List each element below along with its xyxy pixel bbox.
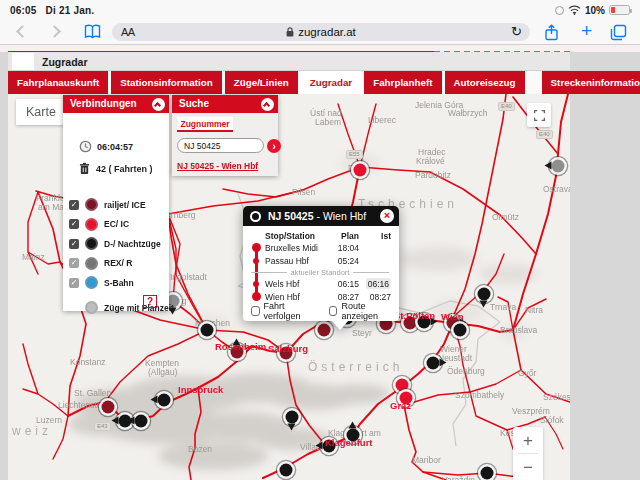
filter-row-ec-ic: ✓EC/ IC (69, 218, 129, 231)
train-dot[interactable] (478, 288, 491, 301)
zugnummer-input[interactable] (177, 138, 264, 153)
clock-text: 06:05 (10, 5, 37, 16)
suche-title: Suche (179, 98, 209, 109)
nav-item-fahrplanauskunft[interactable]: Fahrplanauskunft (8, 71, 108, 94)
date-text: Di 21 Jan. (46, 5, 95, 16)
train-dot[interactable] (552, 160, 565, 173)
stop-row-wels-hbf: Wels Hbf06:1506:16 (247, 277, 393, 290)
stop-plan-time: 18:04 (327, 243, 359, 253)
city-label-nitra: Nitra (525, 305, 543, 315)
train-dot[interactable] (454, 324, 467, 337)
share-icon[interactable] (544, 24, 559, 41)
back-icon[interactable] (16, 25, 29, 38)
city-label-konstanz: Konstanz (70, 357, 105, 367)
search-result-link[interactable]: NJ 50425 - Wien Hbf (177, 161, 258, 171)
collapse-suche-button[interactable] (261, 98, 274, 111)
new-tab-icon[interactable]: + (581, 20, 592, 42)
planzeit-legend-dot (85, 301, 98, 314)
city-label-trnava: Trnava (490, 302, 516, 312)
close-icon[interactable]: × (380, 209, 394, 223)
stop-row-bruxelles-midi: Bruxelles Midi18:04 (247, 241, 393, 254)
station-label-salzburg: Salzburg (268, 343, 308, 354)
legend-dot-d-nachtz-ge (85, 237, 98, 250)
site-logo-box (12, 53, 34, 70)
filter-label: S-Bahn (104, 278, 134, 288)
help-button[interactable]: ? (143, 295, 157, 308)
city-label-bratislava: Bratislava (500, 325, 537, 335)
road-shield-e40: E40 (498, 102, 515, 111)
direction-up-icon (349, 418, 357, 429)
nav-item-fahrplanheft[interactable]: Fahrplanheft (364, 71, 441, 94)
safari-toolbar: AA zugradar.at ↻ + (0, 20, 640, 45)
status-time-date: 06:05 Di 21 Jan. (10, 5, 100, 16)
train-dot[interactable] (135, 415, 148, 428)
train-dot[interactable] (481, 467, 494, 480)
checkbox-railjet-ice[interactable]: ✓ (69, 200, 79, 210)
train-dot[interactable] (354, 164, 367, 177)
popup-pointer (331, 320, 349, 330)
city-label-si-fok: Siófok (540, 415, 564, 425)
checkbox-box (329, 306, 338, 316)
bookmarks-icon[interactable] (84, 24, 101, 39)
train-dot[interactable] (201, 324, 214, 337)
checkbox-route-anzeigen[interactable]: Route anzeigen (329, 301, 393, 321)
legend-dot-railjet-ice (85, 198, 98, 211)
zoom-out-button[interactable]: − (513, 454, 543, 480)
city-label-bozen: Bozen (188, 444, 212, 454)
checkbox-fahrt-verfolgen[interactable]: Fahrt verfolgen (251, 301, 313, 321)
train-dot[interactable] (318, 324, 331, 337)
direction-down-icon (480, 301, 488, 312)
train-dot[interactable] (158, 394, 171, 407)
train-dot[interactable] (427, 357, 440, 370)
zoom-in-button[interactable]: + (513, 427, 543, 453)
site-tab-title: Zugradar (42, 56, 88, 68)
verbindungen-panel: Verbindungen 06:04:57 42 ( Fahrten ) (63, 95, 169, 311)
city-label-allg-u: (Allgäu) (148, 367, 177, 377)
ipad-screen: 06:05 Di 21 Jan. 10% AA (0, 0, 640, 480)
legend-dot-ec-ic (85, 218, 98, 231)
city-label-ostrava: Ostrava (543, 184, 570, 194)
checkbox-label: Route anzeigen (341, 301, 393, 321)
nav-item-zugradar[interactable]: Zugradar (301, 71, 361, 94)
collapse-verbindungen-button[interactable] (152, 98, 165, 111)
elapsed-time: 06:04:57 (97, 142, 133, 152)
battery-percent: 10% (585, 5, 605, 16)
train-dot[interactable] (102, 401, 115, 414)
city-label-labem: Labem (315, 117, 341, 127)
train-dot[interactable] (396, 379, 409, 392)
tab-zugnummer[interactable]: Zugnummer (177, 117, 233, 132)
forward-icon[interactable] (48, 25, 61, 38)
popup-title: NJ 50425 - Wien Hbf (268, 210, 366, 222)
ist-chip: 06:16 (366, 278, 391, 289)
trash-icon[interactable] (79, 162, 90, 175)
checkbox-ec-ic[interactable]: ✓ (69, 219, 79, 229)
train-dot[interactable] (280, 464, 293, 477)
station-label-rosenheim: Rosenheim (215, 341, 266, 352)
checkbox-s-bahn[interactable]: ✓ (69, 278, 79, 288)
search-submit-button[interactable]: › (267, 139, 281, 153)
tabs-icon[interactable] (610, 24, 627, 41)
city-label-steyr: Steyr (352, 328, 372, 338)
checkbox-rex-r[interactable]: ✓ (69, 258, 79, 268)
nav-item-z-ge-linien[interactable]: Züge/Linien (225, 71, 298, 94)
city-label-wa-brzych: Wałbrzych (448, 108, 487, 118)
nav-item-streckeninformation[interactable]: Streckeninformation (542, 71, 640, 94)
battery-icon (609, 5, 630, 15)
address-bar[interactable]: AA zugradar.at ↻ (112, 23, 530, 41)
fullscreen-icon (533, 109, 546, 122)
direction-left-icon (541, 162, 552, 170)
road-shield-e40: E40 (536, 130, 553, 139)
station-label-wien: Wien (441, 311, 464, 322)
stop-ist-time: 06:16 (359, 279, 393, 289)
road-shield-e55: E55 (346, 150, 363, 159)
train-dot[interactable] (286, 411, 299, 424)
city-label-olm-tz: Olmütz (492, 212, 519, 222)
nav-item-stationsinformation[interactable]: Stationsinformation (111, 71, 222, 94)
refresh-icon[interactable]: ↻ (511, 23, 522, 41)
checkbox-d-nachtz-ge[interactable]: ✓ (69, 239, 79, 249)
nav-item-autoreisezug[interactable]: Autoreisezug (445, 71, 525, 94)
city-label-denburg: Ödenburg (447, 366, 485, 376)
stop-plan-time: 05:24 (327, 256, 359, 266)
reader-aa-button[interactable]: AA (121, 26, 135, 38)
fullscreen-button[interactable] (527, 103, 551, 127)
